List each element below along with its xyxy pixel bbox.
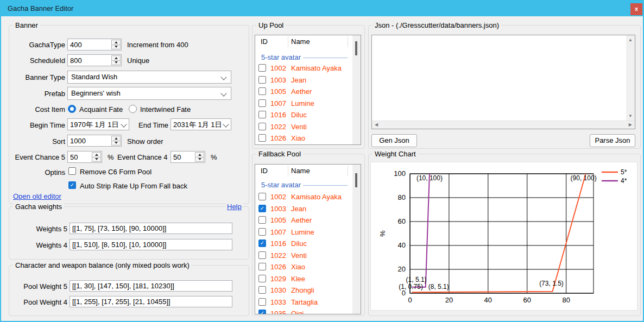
spin-up-icon[interactable] — [112, 40, 120, 45]
banner-type-select[interactable]: Standard Wish — [67, 71, 231, 84]
weights-5-input[interactable] — [70, 223, 232, 234]
spin-up-icon[interactable] — [195, 153, 204, 157]
sort-spinner[interactable] — [67, 135, 122, 147]
row-name: Aether — [291, 87, 312, 96]
event-chance-4-input[interactable] — [171, 151, 196, 162]
json-textarea[interactable]: ▲ ▼ ◀ ▶ — [371, 35, 635, 129]
spin-down-icon[interactable] — [112, 45, 120, 49]
pool-row[interactable]: 1030Zhongli — [255, 285, 352, 296]
pool-row[interactable]: 1029Klee — [255, 273, 352, 285]
weight-chart-group-label: Weight Chart — [372, 150, 418, 158]
pool-row[interactable]: 1005Aether — [255, 86, 352, 98]
row-checkbox[interactable] — [258, 134, 266, 142]
row-checkbox[interactable] — [258, 251, 266, 259]
spin-down-icon[interactable] — [112, 141, 120, 146]
scheduleid-spinner[interactable] — [67, 54, 122, 66]
spin-down-icon[interactable] — [92, 157, 100, 162]
help-link[interactable]: Help — [226, 203, 243, 211]
row-checkbox[interactable] — [258, 123, 266, 130]
event-chance-5-spinner[interactable] — [67, 151, 102, 163]
row-checkbox[interactable] — [258, 99, 266, 107]
scrollbar[interactable] — [352, 165, 361, 314]
row-name: Lumine — [291, 99, 314, 108]
scroll-left-icon[interactable]: ◀ — [375, 123, 378, 127]
row-checkbox[interactable] — [258, 228, 266, 236]
scroll-up-icon[interactable]: ▲ — [628, 38, 633, 42]
spin-buttons[interactable] — [92, 152, 101, 162]
open-old-editor-link[interactable]: Open old editor — [12, 192, 62, 200]
scrollbar-thumb[interactable] — [355, 41, 357, 55]
acquaint-fate-radio[interactable] — [68, 105, 76, 113]
row-checkbox[interactable] — [258, 64, 266, 72]
auto-strip-checkbox[interactable] — [68, 181, 76, 189]
scrollbar[interactable] — [352, 35, 361, 144]
pool-row[interactable]: 1022Venti — [255, 250, 352, 262]
row-checkbox[interactable] — [258, 87, 266, 95]
end-time-datepicker[interactable]: 2031年 1月 1日 — [171, 118, 231, 130]
scroll-right-icon[interactable]: ▶ — [629, 123, 632, 127]
row-checkbox[interactable] — [258, 193, 266, 200]
parse-json-button[interactable]: Parse Json — [590, 134, 635, 147]
pool-row[interactable]: 1002Kamisato Ayaka — [255, 62, 352, 74]
row-checkbox[interactable]: ✓ — [258, 239, 266, 247]
cost-item-label: Cost Item — [7, 105, 65, 113]
fallback-pool-list[interactable]: ID Name 5-star avatar 1002Kamisato Ayaka… — [255, 164, 361, 314]
pool-weight-5-input[interactable] — [70, 280, 232, 292]
id-column-header: ID — [261, 37, 268, 46]
pool-row[interactable]: ✓1035Qiqi — [255, 308, 352, 314]
spin-up-icon[interactable] — [112, 56, 120, 61]
gachatype-spin-buttons[interactable] — [111, 40, 121, 49]
pool-row[interactable]: ✓1003Jean — [255, 203, 352, 215]
row-checkbox[interactable] — [258, 111, 266, 118]
row-checkbox[interactable]: ✓ — [258, 310, 266, 314]
pool-row[interactable]: 1026Xiao — [255, 261, 352, 273]
row-checkbox[interactable] — [258, 216, 266, 224]
row-checkbox[interactable] — [258, 298, 266, 306]
prefab-select[interactable]: Beginners' wish — [67, 87, 231, 100]
pool-row[interactable]: 1007Lumine — [255, 98, 352, 110]
spin-down-icon[interactable] — [195, 157, 204, 162]
chevron-down-icon — [220, 90, 226, 96]
scroll-down-icon[interactable]: ▼ — [628, 114, 633, 118]
begin-time-datepicker[interactable]: 1970年 1月 1日 — [67, 118, 129, 130]
spin-up-icon[interactable] — [92, 153, 100, 157]
pool-row[interactable]: 1003Jean — [255, 74, 352, 86]
intertwined-fate-radio[interactable] — [129, 105, 137, 113]
gachatype-input[interactable] — [68, 39, 112, 50]
json-content[interactable] — [374, 36, 624, 119]
up-pool-list[interactable]: ID Name 5-star avatar 1002Kamisato Ayaka… — [255, 35, 361, 145]
spin-down-icon[interactable] — [112, 61, 120, 65]
pool-row[interactable]: 1007Lumine — [255, 226, 352, 238]
horizontal-scrollbar[interactable]: ◀ ▶ — [372, 121, 635, 129]
spin-buttons[interactable] — [195, 152, 204, 162]
pool-weight-4-input[interactable] — [70, 296, 232, 307]
row-checkbox[interactable] — [258, 263, 266, 270]
remove-c6-checkbox[interactable] — [68, 167, 76, 175]
pool-row[interactable]: 1022Venti — [255, 121, 352, 133]
row-checkbox[interactable] — [258, 275, 266, 282]
close-button[interactable]: x — [630, 3, 642, 15]
gacha-weights-group-label: Gacha weights — [13, 203, 64, 211]
scrollbar-thumb[interactable] — [355, 173, 357, 187]
row-checkbox[interactable]: ✓ — [258, 205, 266, 212]
pool-row[interactable]: ✓1016Diluc — [255, 238, 352, 250]
spin-up-icon[interactable] — [112, 136, 120, 141]
event-chance-4-spinner[interactable] — [171, 151, 205, 163]
sort-spin-buttons[interactable] — [111, 136, 121, 146]
pool-row[interactable]: 1026Xiao — [255, 132, 352, 144]
row-checkbox[interactable] — [258, 286, 266, 294]
title-bar[interactable]: Gacha Banner Editor x — [0, 0, 644, 16]
gen-json-button[interactable]: Gen Json — [371, 134, 417, 147]
scheduleid-input[interactable] — [68, 55, 112, 66]
scheduleid-spin-buttons[interactable] — [111, 55, 121, 65]
pool-row[interactable]: 1016Diluc — [255, 109, 352, 121]
pool-row[interactable]: 1002Kamisato Ayaka — [255, 191, 352, 203]
event-chance-5-input[interactable] — [68, 151, 93, 162]
pool-row[interactable]: 1033Tartaglia — [255, 296, 352, 308]
sort-input[interactable] — [68, 135, 112, 146]
row-checkbox[interactable] — [258, 76, 266, 84]
pool-row[interactable]: 1005Aether — [255, 214, 352, 226]
vertical-scrollbar[interactable]: ▲ ▼ — [626, 35, 635, 121]
weights-4-input[interactable] — [70, 239, 232, 250]
gachatype-spinner[interactable] — [67, 39, 122, 50]
